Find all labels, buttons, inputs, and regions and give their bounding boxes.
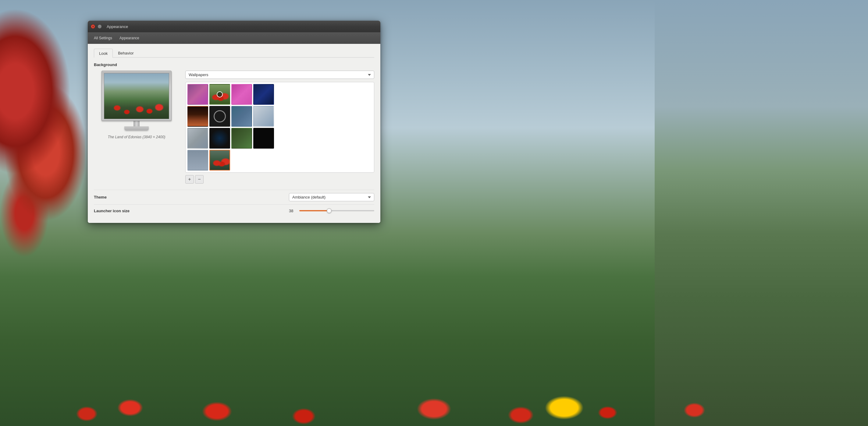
wallpaper-thumb-grey[interactable]: [187, 128, 208, 149]
wallpaper-grid: [187, 84, 372, 170]
preview-caption: The Land of Edonias (3840 × 2400): [107, 135, 165, 139]
selected-badge-icon: [217, 91, 223, 97]
slider-row: 38: [289, 208, 374, 214]
tabs-container: Look Behavior: [94, 49, 374, 58]
slider-track: [299, 210, 374, 211]
wallpaper-thumb-blue-dark[interactable]: [253, 84, 274, 105]
remove-wallpaper-button[interactable]: −: [195, 175, 204, 184]
wallpaper-thumb-poppies-selected[interactable]: [209, 84, 230, 105]
wallpaper-source-dropdown[interactable]: Wallpapers Colors No Desktop Background: [185, 71, 374, 79]
titlebar: ✕ – Appearance: [88, 21, 380, 32]
monitor-frame: [101, 71, 172, 121]
wallpaper-section: Wallpapers Colors No Desktop Background: [185, 71, 374, 184]
wallpaper-thumb-clock[interactable]: [209, 106, 230, 127]
theme-dropdown-container: Ambiance (default) Radiance High Contras…: [289, 193, 374, 201]
appearance-nav-button[interactable]: Appearance: [117, 35, 142, 41]
wallpaper-thumb-teal[interactable]: [231, 106, 252, 127]
monitor-stand-neck: [133, 121, 140, 126]
wallpaper-thumb-sky[interactable]: [187, 150, 208, 170]
tab-behavior[interactable]: Behavior: [113, 49, 139, 57]
slider-track-container: [299, 208, 374, 214]
content-area: Look Behavior Background: [88, 44, 380, 223]
wallpaper-grid-wrapper: [185, 82, 374, 173]
appearance-window: ✕ – Appearance All Settings Appearance L…: [88, 21, 380, 223]
wallpaper-controls: + −: [185, 175, 374, 184]
theme-dropdown[interactable]: Ambiance (default) Radiance High Contras…: [289, 193, 374, 201]
slider-value: 38: [289, 208, 296, 213]
monitor-stand-base: [124, 126, 149, 131]
minimize-button[interactable]: –: [97, 24, 102, 29]
launcher-icon-label: Launcher icon size: [94, 208, 289, 213]
all-settings-button[interactable]: All Settings: [91, 35, 115, 41]
wallpaper-empty-slot-1: [231, 150, 252, 170]
launcher-icon-section: Launcher icon size 38: [94, 204, 374, 217]
screen-image: [104, 73, 169, 119]
launcher-icon-slider-container: 38: [289, 208, 374, 214]
wallpaper-thumb-edonias[interactable]: [209, 150, 230, 170]
monitor-preview: The Land of Edonias (3840 × 2400): [94, 71, 179, 139]
monitor-screen: [104, 73, 169, 119]
clock-icon: [214, 110, 226, 122]
add-wallpaper-button[interactable]: +: [185, 175, 194, 184]
wallpaper-thumb-water[interactable]: [209, 128, 230, 149]
background-label: Background: [94, 62, 374, 67]
wallpaper-thumb-leaf[interactable]: [231, 128, 252, 149]
navbar: All Settings Appearance: [88, 32, 380, 44]
flowers-decoration-bottom: [0, 304, 868, 426]
wallpaper-thumb-purple[interactable]: [187, 84, 208, 105]
slider-thumb: [327, 208, 332, 213]
wallpaper-thumb-pink[interactable]: [231, 84, 252, 105]
background-section: Background The Land of Edonias (3840 × 2…: [94, 62, 374, 184]
close-button[interactable]: ✕: [91, 24, 95, 29]
wallpaper-thumb-feather[interactable]: [253, 106, 274, 127]
tab-look[interactable]: Look: [94, 49, 113, 58]
wallpaper-source-dropdown-container: Wallpapers Colors No Desktop Background: [185, 71, 374, 79]
screen-poppies: [104, 92, 169, 119]
wallpaper-empty-slot-2: [253, 150, 274, 170]
close-icon: ✕: [92, 25, 94, 28]
window-title: Appearance: [107, 24, 128, 29]
theme-label: Theme: [94, 195, 289, 199]
wallpaper-thumb-sunset[interactable]: [187, 106, 208, 127]
minimize-icon: –: [99, 25, 100, 28]
background-content: The Land of Edonias (3840 × 2400) Wallpa…: [94, 71, 374, 184]
wallpaper-thumb-black[interactable]: [253, 128, 274, 149]
theme-section: Theme Ambiance (default) Radiance High C…: [94, 190, 374, 204]
